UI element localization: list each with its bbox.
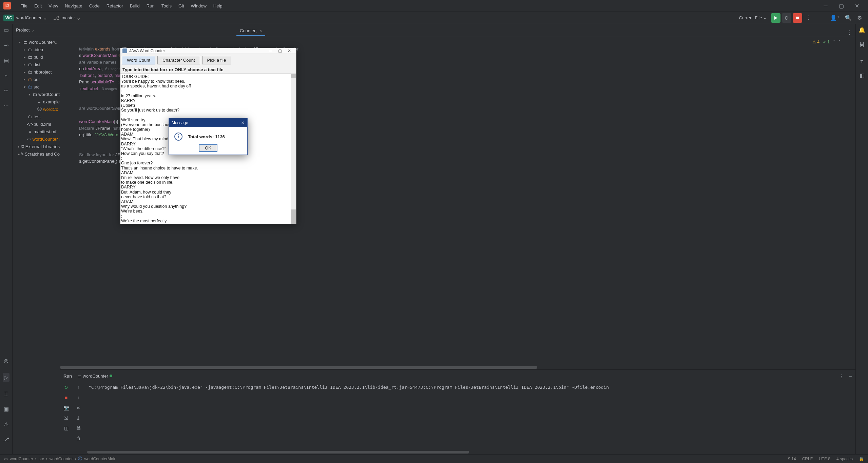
- clear-icon[interactable]: 🗑: [76, 436, 81, 441]
- project-tool-icon[interactable]: ▭: [4, 27, 9, 33]
- run-console-output[interactable]: "C:\Program Files\Java\jdk-22\bin\java.e…: [84, 382, 855, 450]
- gradle-tool-icon[interactable]: ◧: [860, 72, 865, 79]
- bookmarks-icon[interactable]: ▫▫: [4, 87, 8, 94]
- readonly-toggle-icon[interactable]: 🔒: [859, 457, 864, 461]
- debug-button[interactable]: [782, 13, 791, 23]
- project-tree[interactable]: ▾🗀wordCounter C▸🗀.idea▸🗀build▸🗀dist▸🗀nbp…: [13, 36, 60, 160]
- menu-run[interactable]: Run: [143, 2, 158, 10]
- camera-icon[interactable]: 📷: [63, 405, 69, 410]
- swing-minimize-icon[interactable]: ─: [266, 48, 275, 53]
- menu-view[interactable]: View: [45, 2, 61, 10]
- menu-file[interactable]: File: [17, 2, 31, 10]
- encoding[interactable]: UTF-8: [819, 457, 830, 461]
- menu-build[interactable]: Build: [127, 2, 143, 10]
- tree-row[interactable]: ▸🗀build: [13, 53, 60, 61]
- vcs-tool-icon[interactable]: ⎇: [3, 436, 9, 443]
- build-tool-icon[interactable]: ◎: [4, 358, 8, 364]
- run-button[interactable]: [771, 13, 780, 23]
- breadcrumb-item[interactable]: wordCounter: [10, 457, 33, 461]
- menu-window[interactable]: Window: [188, 2, 210, 10]
- tree-row[interactable]: ▸⧉External Libraries: [13, 143, 60, 150]
- project-name-label[interactable]: wordCounter: [16, 15, 41, 20]
- close-icon[interactable]: ×: [259, 28, 262, 33]
- chevron-down-icon[interactable]: ⌄: [43, 15, 47, 21]
- character-count-button[interactable]: Character Count: [157, 56, 200, 64]
- menu-tools[interactable]: Tools: [158, 2, 175, 10]
- window-close-icon[interactable]: ✕: [849, 1, 865, 11]
- pick-file-button[interactable]: Pick a file: [202, 56, 231, 64]
- tree-row[interactable]: ▸🗀dist: [13, 61, 60, 68]
- tree-row[interactable]: ▭wordCounter.i: [13, 135, 60, 143]
- rerun-icon[interactable]: ↻: [64, 385, 68, 390]
- more-icon[interactable]: ⋮: [806, 15, 811, 21]
- breadcrumb-item[interactable]: wordCounterMain: [84, 457, 116, 461]
- tree-row[interactable]: ▸🗀nbproject: [13, 68, 60, 76]
- menu-edit[interactable]: Edit: [31, 2, 45, 10]
- tree-row[interactable]: ≡manifest.mf: [13, 128, 60, 135]
- window-maximize-icon[interactable]: ▢: [833, 1, 849, 11]
- swing-scrollbar[interactable]: [291, 74, 296, 224]
- code-with-me-icon[interactable]: 👤⁺: [830, 15, 840, 21]
- settings-icon[interactable]: ⚙: [857, 15, 862, 21]
- editor-tab[interactable]: Counter; ×: [236, 26, 265, 36]
- maven-tool-icon[interactable]: ᚁ: [861, 57, 863, 63]
- tree-row[interactable]: 🗀test: [13, 113, 60, 120]
- tree-row[interactable]: ▸✎Scratches and Co: [13, 150, 60, 158]
- problems-tool-icon[interactable]: ⚠: [4, 421, 8, 427]
- dialog-close-icon[interactable]: ✕: [241, 120, 245, 125]
- layout-icon[interactable]: ◫: [64, 425, 69, 431]
- indent[interactable]: 4 spaces: [836, 457, 853, 461]
- tree-row[interactable]: </>build.xml: [13, 120, 60, 128]
- menu-refactor[interactable]: Refactor: [103, 2, 127, 10]
- swing-close-icon[interactable]: ✕: [285, 48, 294, 53]
- more-tools-icon[interactable]: ⋯: [3, 102, 9, 109]
- dialog-ok-button[interactable]: OK: [199, 144, 217, 152]
- editor-tab-more-icon[interactable]: ⋮: [847, 29, 855, 36]
- dialog-titlebar[interactable]: Message ✕: [169, 118, 247, 127]
- terminal-tool-icon[interactable]: ⌶: [4, 391, 8, 397]
- menu-help[interactable]: Help: [210, 2, 226, 10]
- run-panel-hide-icon[interactable]: ─: [849, 374, 852, 379]
- menu-navigate[interactable]: Navigate: [61, 2, 85, 10]
- tree-row[interactable]: ▸🗀out: [13, 76, 60, 83]
- tree-row[interactable]: ▸🗀.idea: [13, 46, 60, 53]
- tree-row[interactable]: ▾🗀wordCount: [13, 90, 60, 98]
- structure-tool-icon[interactable]: ▤: [4, 57, 9, 64]
- debug-tool-icon[interactable]: ▣: [4, 406, 9, 412]
- print-icon[interactable]: 🖶: [76, 425, 81, 431]
- stop-run-icon[interactable]: ■: [65, 395, 67, 400]
- swing-titlebar[interactable]: JAVA Word Counter ─ ▢ ✕: [120, 48, 296, 54]
- window-minimize-icon[interactable]: ─: [818, 1, 833, 11]
- run-tool-icon[interactable]: ▷: [3, 373, 9, 382]
- editor-horizontal-scrollbar[interactable]: [60, 365, 855, 369]
- run-target-tab[interactable]: ▭ wordCounter: [77, 374, 112, 379]
- word-count-button[interactable]: Word Count: [122, 56, 155, 64]
- cursor-position[interactable]: 9:14: [788, 457, 796, 461]
- chevron-down-icon[interactable]: ⌄: [76, 15, 81, 21]
- menu-code[interactable]: Code: [86, 2, 103, 10]
- scroll-up-icon[interactable]: ↑: [77, 385, 80, 390]
- run-panel-more-icon[interactable]: ⋮: [839, 374, 844, 379]
- breadcrumb-item[interactable]: src: [39, 457, 44, 461]
- run-horizontal-scrollbar[interactable]: [60, 450, 855, 454]
- tree-row[interactable]: ⓒwordCo: [13, 105, 60, 113]
- export-icon[interactable]: ⇲: [64, 415, 68, 421]
- tree-row[interactable]: ▾🗀wordCounter C: [13, 38, 60, 46]
- scroll-down-icon[interactable]: ↓: [77, 395, 80, 400]
- tree-row[interactable]: ≡example: [13, 98, 60, 105]
- branch-name-label[interactable]: master: [61, 15, 75, 20]
- stop-button[interactable]: [793, 13, 802, 23]
- tree-row[interactable]: ▾🗀src: [13, 83, 60, 90]
- menu-git[interactable]: Git: [175, 2, 188, 10]
- soft-wrap-icon[interactable]: ⏎: [76, 405, 80, 410]
- commit-tool-icon[interactable]: ⊸: [4, 42, 8, 48]
- search-icon[interactable]: 🔍: [845, 15, 852, 21]
- pull-requests-icon[interactable]: ⑃: [4, 73, 8, 79]
- line-separator[interactable]: CRLF: [802, 457, 813, 461]
- breadcrumb-item[interactable]: wordCounter: [50, 457, 73, 461]
- project-panel-header[interactable]: Project ⌄: [13, 24, 60, 36]
- notifications-icon[interactable]: 🔔: [859, 27, 865, 33]
- database-tool-icon[interactable]: 🗄: [859, 42, 865, 48]
- scroll-to-end-icon[interactable]: ⤓: [76, 415, 80, 421]
- run-config-selector[interactable]: Current File ⌄: [739, 15, 767, 20]
